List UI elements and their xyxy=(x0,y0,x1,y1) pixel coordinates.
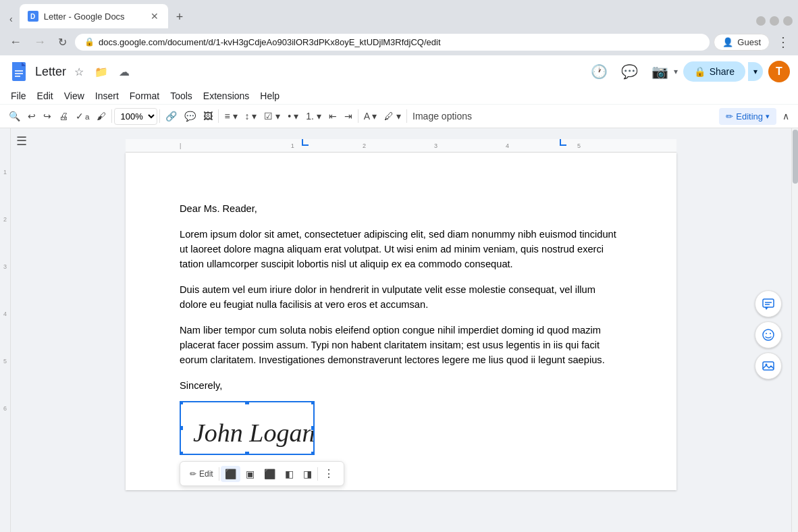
decrease-indent-button[interactable]: ⇤ xyxy=(325,107,340,125)
img-tb-sep-2 xyxy=(317,467,318,481)
toolbar-sep-1 xyxy=(111,109,112,123)
signature-container[interactable]: John Logan xyxy=(180,401,315,455)
handle-top-right[interactable] xyxy=(311,401,315,405)
paint-format-button[interactable]: 🖌 xyxy=(93,107,109,125)
nav-row: ← → ↻ 🔒 docs.google.com/document/d/1-kvH… xyxy=(0,28,798,55)
meet-dropdown-arrow: ▾ xyxy=(674,67,678,76)
outline-toggle-button[interactable]: ☰ xyxy=(16,134,27,149)
float-comment-button[interactable] xyxy=(755,290,782,317)
img-edit-button[interactable]: ✏ Edit xyxy=(186,467,217,481)
tab-favicon: D xyxy=(28,11,38,22)
float-emoji-button[interactable] xyxy=(755,321,782,348)
app-wrapper: ‹ D Letter - Google Docs ✕ + ← → ↻ xyxy=(0,0,798,532)
scrollbar-thumb[interactable] xyxy=(793,130,798,184)
handle-top-left[interactable] xyxy=(180,401,184,405)
share-button[interactable]: 🔒 Share xyxy=(683,61,745,82)
img-align-break-left[interactable]: ⬛ xyxy=(221,466,240,482)
img-wrap-right[interactable]: ◨ xyxy=(299,466,316,482)
star-button[interactable]: ☆ xyxy=(72,63,86,81)
document-page[interactable]: Dear Ms. Reader, Lorem ipsum dolor sit a… xyxy=(126,153,676,490)
vertical-scrollbar[interactable] xyxy=(791,128,798,532)
new-tab-button[interactable]: + xyxy=(171,7,189,27)
menu-extensions[interactable]: Extensions xyxy=(198,88,255,104)
meet-button[interactable]: 📷 xyxy=(647,59,672,84)
forward-button[interactable]: → xyxy=(30,32,50,52)
redo-button[interactable]: ↪ xyxy=(40,107,55,125)
img-edit-label: Edit xyxy=(199,469,213,479)
tab-close-button[interactable]: ✕ xyxy=(149,9,160,23)
image-context-toolbar: ✏ Edit ⬛ ▣ ⬛ ◧ ◨ ⋮ xyxy=(180,461,344,486)
horizontal-ruler: | 1 2 3 4 5 xyxy=(126,139,676,153)
increase-indent-button[interactable]: ⇥ xyxy=(341,107,356,125)
paragraph-3: Nam liber tempor cum soluta nobis eleife… xyxy=(180,323,622,367)
editing-dropdown-arrow: ▾ xyxy=(766,112,770,121)
menu-edit[interactable]: Edit xyxy=(32,88,59,104)
main-body: 1 2 3 4 5 6 ☰ | 1 2 3 4 xyxy=(0,128,798,532)
img-wrap-left[interactable]: ◧ xyxy=(281,466,298,482)
collapse-toolbar-button[interactable]: ∧ xyxy=(779,107,793,125)
refresh-button[interactable]: ↻ xyxy=(54,33,71,51)
add-to-drive-button[interactable]: 📁 xyxy=(92,63,111,81)
editing-label: Editing xyxy=(736,111,763,122)
text-color-button[interactable]: A ▾ xyxy=(361,107,380,125)
address-bar[interactable]: 🔒 docs.google.com/document/d/1-kvH3gCdje… xyxy=(75,34,710,51)
menu-help[interactable]: Help xyxy=(255,88,285,104)
svg-point-12 xyxy=(770,333,771,334)
numbered-list-button[interactable]: 1. ▾ xyxy=(302,107,325,125)
undo-button[interactable]: ↩ xyxy=(24,107,39,125)
comment-button[interactable]: 💬 xyxy=(181,107,199,125)
img-more-options[interactable]: ⋮ xyxy=(319,464,338,483)
cloud-save-button[interactable]: ☁ xyxy=(116,63,132,81)
toolbar-sep-4 xyxy=(358,109,358,123)
profile-button[interactable]: 👤 Guest xyxy=(714,34,770,51)
img-align-right[interactable]: ⬛ xyxy=(260,466,280,482)
docs-toolbar: 🔍 ↩ ↪ 🖨 ✓a 🖌 100% 75% 125% 150% 🔗 💬 🖼 xyxy=(0,104,798,128)
zoom-select[interactable]: 100% 75% 125% 150% xyxy=(114,108,157,125)
profile-icon: 👤 xyxy=(722,37,733,47)
line-spacing-button[interactable]: ↕ ▾ xyxy=(242,107,261,125)
menu-format[interactable]: Format xyxy=(124,88,165,104)
highlight-button[interactable]: 🖊 ▾ xyxy=(381,107,404,125)
editing-mode-button[interactable]: ✏ Editing ▾ xyxy=(719,108,776,125)
menu-file[interactable]: File xyxy=(5,88,32,104)
minimize-button[interactable] xyxy=(756,16,766,26)
active-tab[interactable]: D Letter - Google Docs ✕ xyxy=(20,4,168,28)
share-dropdown-button[interactable]: ▾ xyxy=(748,62,763,81)
image-options-button[interactable]: Image options xyxy=(409,107,475,125)
search-toolbar-button[interactable]: 🔍 xyxy=(5,107,24,125)
link-button[interactable]: 🔗 xyxy=(162,107,180,125)
menu-view[interactable]: View xyxy=(59,88,90,104)
svg-text:John Logan: John Logan xyxy=(193,419,315,447)
print-button[interactable]: 🖨 xyxy=(55,107,72,125)
left-margin-ruler: 1 2 3 4 5 6 xyxy=(0,128,11,532)
chrome-more-button[interactable]: ⋮ xyxy=(774,31,793,53)
user-avatar[interactable]: T xyxy=(768,61,790,82)
tab-back-button[interactable]: ‹ xyxy=(5,11,17,27)
tab-row: ‹ D Letter - Google Docs ✕ + xyxy=(0,0,798,28)
handle-bot-right[interactable] xyxy=(311,451,315,455)
checklist-button[interactable]: ☑ ▾ xyxy=(261,107,284,125)
float-image-button[interactable] xyxy=(755,352,782,379)
handle-bot-mid[interactable] xyxy=(244,451,250,455)
handle-mid-right[interactable] xyxy=(311,425,315,431)
menu-tools[interactable]: Tools xyxy=(165,88,198,104)
pencil-icon: ✏ xyxy=(726,111,733,122)
handle-mid-left[interactable] xyxy=(180,425,184,431)
signature-image[interactable]: John Logan xyxy=(180,401,315,455)
close-window-button[interactable] xyxy=(783,16,793,26)
doc-title[interactable]: Letter xyxy=(35,65,66,79)
handle-top-mid[interactable] xyxy=(244,401,250,405)
handle-bot-left[interactable] xyxy=(180,451,184,455)
page-scroll-area[interactable]: ☰ | 1 2 3 4 5 Dear Ms. xyxy=(11,128,791,532)
maximize-button[interactable] xyxy=(770,16,779,26)
img-align-center[interactable]: ▣ xyxy=(242,466,259,482)
comments-button[interactable]: 💬 xyxy=(617,59,642,84)
menu-insert[interactable]: Insert xyxy=(90,88,124,104)
security-icon: 🔒 xyxy=(84,37,95,47)
spellcheck-button[interactable]: ✓a xyxy=(72,107,92,125)
bullets-button[interactable]: • ▾ xyxy=(284,107,302,125)
image-button[interactable]: 🖼 xyxy=(200,107,216,125)
history-button[interactable]: 🕐 xyxy=(587,59,612,84)
back-button[interactable]: ← xyxy=(5,32,26,52)
align-button[interactable]: ≡ ▾ xyxy=(221,107,240,125)
